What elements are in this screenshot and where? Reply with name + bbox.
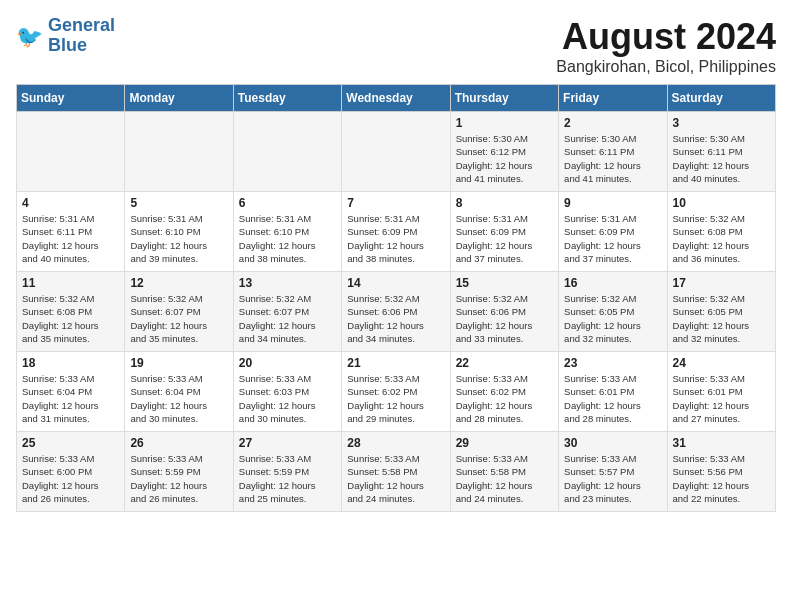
weekday-header-thursday: Thursday — [450, 85, 558, 112]
day-number: 16 — [564, 276, 661, 290]
svg-text:🐦: 🐦 — [16, 23, 44, 50]
day-number: 31 — [673, 436, 770, 450]
day-info: Sunrise: 5:31 AM Sunset: 6:09 PM Dayligh… — [347, 212, 444, 265]
calendar-week-row: 11Sunrise: 5:32 AM Sunset: 6:08 PM Dayli… — [17, 272, 776, 352]
calendar-title: August 2024 — [556, 16, 776, 58]
calendar-cell: 18Sunrise: 5:33 AM Sunset: 6:04 PM Dayli… — [17, 352, 125, 432]
day-number: 19 — [130, 356, 227, 370]
logo-bird-icon: 🐦 — [16, 22, 44, 50]
calendar-cell — [125, 112, 233, 192]
day-number: 24 — [673, 356, 770, 370]
weekday-header-friday: Friday — [559, 85, 667, 112]
calendar-cell — [233, 112, 341, 192]
day-info: Sunrise: 5:33 AM Sunset: 5:59 PM Dayligh… — [130, 452, 227, 505]
day-info: Sunrise: 5:32 AM Sunset: 6:06 PM Dayligh… — [347, 292, 444, 345]
weekday-header-monday: Monday — [125, 85, 233, 112]
day-info: Sunrise: 5:31 AM Sunset: 6:10 PM Dayligh… — [130, 212, 227, 265]
day-info: Sunrise: 5:31 AM Sunset: 6:09 PM Dayligh… — [456, 212, 553, 265]
day-number: 23 — [564, 356, 661, 370]
logo-line2: Blue — [48, 35, 87, 55]
calendar-cell: 7Sunrise: 5:31 AM Sunset: 6:09 PM Daylig… — [342, 192, 450, 272]
weekday-header-tuesday: Tuesday — [233, 85, 341, 112]
calendar-cell: 4Sunrise: 5:31 AM Sunset: 6:11 PM Daylig… — [17, 192, 125, 272]
logo: 🐦 General Blue — [16, 16, 115, 56]
day-number: 5 — [130, 196, 227, 210]
day-number: 13 — [239, 276, 336, 290]
weekday-header-wednesday: Wednesday — [342, 85, 450, 112]
day-number: 7 — [347, 196, 444, 210]
calendar-cell: 12Sunrise: 5:32 AM Sunset: 6:07 PM Dayli… — [125, 272, 233, 352]
day-info: Sunrise: 5:32 AM Sunset: 6:05 PM Dayligh… — [564, 292, 661, 345]
day-info: Sunrise: 5:31 AM Sunset: 6:09 PM Dayligh… — [564, 212, 661, 265]
logo-line1: General — [48, 15, 115, 35]
calendar-cell: 19Sunrise: 5:33 AM Sunset: 6:04 PM Dayli… — [125, 352, 233, 432]
day-number: 26 — [130, 436, 227, 450]
day-info: Sunrise: 5:33 AM Sunset: 5:59 PM Dayligh… — [239, 452, 336, 505]
day-number: 11 — [22, 276, 119, 290]
day-info: Sunrise: 5:33 AM Sunset: 6:00 PM Dayligh… — [22, 452, 119, 505]
calendar-cell: 29Sunrise: 5:33 AM Sunset: 5:58 PM Dayli… — [450, 432, 558, 512]
calendar-cell — [17, 112, 125, 192]
day-info: Sunrise: 5:32 AM Sunset: 6:08 PM Dayligh… — [22, 292, 119, 345]
calendar-cell: 13Sunrise: 5:32 AM Sunset: 6:07 PM Dayli… — [233, 272, 341, 352]
calendar-week-row: 25Sunrise: 5:33 AM Sunset: 6:00 PM Dayli… — [17, 432, 776, 512]
day-info: Sunrise: 5:32 AM Sunset: 6:08 PM Dayligh… — [673, 212, 770, 265]
day-info: Sunrise: 5:31 AM Sunset: 6:10 PM Dayligh… — [239, 212, 336, 265]
day-info: Sunrise: 5:33 AM Sunset: 6:01 PM Dayligh… — [673, 372, 770, 425]
calendar-cell: 24Sunrise: 5:33 AM Sunset: 6:01 PM Dayli… — [667, 352, 775, 432]
day-info: Sunrise: 5:33 AM Sunset: 5:58 PM Dayligh… — [347, 452, 444, 505]
logo-text: General Blue — [48, 16, 115, 56]
day-info: Sunrise: 5:33 AM Sunset: 6:01 PM Dayligh… — [564, 372, 661, 425]
day-number: 4 — [22, 196, 119, 210]
day-number: 20 — [239, 356, 336, 370]
day-info: Sunrise: 5:33 AM Sunset: 5:56 PM Dayligh… — [673, 452, 770, 505]
page-header: 🐦 General Blue August 2024 Bangkirohan, … — [16, 16, 776, 76]
day-number: 2 — [564, 116, 661, 130]
day-number: 30 — [564, 436, 661, 450]
day-info: Sunrise: 5:33 AM Sunset: 6:04 PM Dayligh… — [22, 372, 119, 425]
calendar-cell: 15Sunrise: 5:32 AM Sunset: 6:06 PM Dayli… — [450, 272, 558, 352]
calendar-cell: 8Sunrise: 5:31 AM Sunset: 6:09 PM Daylig… — [450, 192, 558, 272]
day-number: 3 — [673, 116, 770, 130]
day-number: 18 — [22, 356, 119, 370]
day-number: 6 — [239, 196, 336, 210]
day-info: Sunrise: 5:30 AM Sunset: 6:11 PM Dayligh… — [673, 132, 770, 185]
weekday-header-sunday: Sunday — [17, 85, 125, 112]
day-number: 15 — [456, 276, 553, 290]
day-number: 1 — [456, 116, 553, 130]
calendar-cell: 28Sunrise: 5:33 AM Sunset: 5:58 PM Dayli… — [342, 432, 450, 512]
calendar-cell: 10Sunrise: 5:32 AM Sunset: 6:08 PM Dayli… — [667, 192, 775, 272]
day-number: 29 — [456, 436, 553, 450]
calendar-cell: 9Sunrise: 5:31 AM Sunset: 6:09 PM Daylig… — [559, 192, 667, 272]
calendar-cell: 30Sunrise: 5:33 AM Sunset: 5:57 PM Dayli… — [559, 432, 667, 512]
title-block: August 2024 Bangkirohan, Bicol, Philippi… — [556, 16, 776, 76]
day-info: Sunrise: 5:33 AM Sunset: 6:03 PM Dayligh… — [239, 372, 336, 425]
day-info: Sunrise: 5:30 AM Sunset: 6:12 PM Dayligh… — [456, 132, 553, 185]
calendar-cell: 20Sunrise: 5:33 AM Sunset: 6:03 PM Dayli… — [233, 352, 341, 432]
day-number: 25 — [22, 436, 119, 450]
day-number: 27 — [239, 436, 336, 450]
calendar-subtitle: Bangkirohan, Bicol, Philippines — [556, 58, 776, 76]
calendar-cell: 17Sunrise: 5:32 AM Sunset: 6:05 PM Dayli… — [667, 272, 775, 352]
calendar-cell: 23Sunrise: 5:33 AM Sunset: 6:01 PM Dayli… — [559, 352, 667, 432]
day-number: 14 — [347, 276, 444, 290]
weekday-header-saturday: Saturday — [667, 85, 775, 112]
calendar-cell — [342, 112, 450, 192]
calendar-week-row: 1Sunrise: 5:30 AM Sunset: 6:12 PM Daylig… — [17, 112, 776, 192]
day-number: 10 — [673, 196, 770, 210]
day-info: Sunrise: 5:31 AM Sunset: 6:11 PM Dayligh… — [22, 212, 119, 265]
calendar-cell: 16Sunrise: 5:32 AM Sunset: 6:05 PM Dayli… — [559, 272, 667, 352]
day-info: Sunrise: 5:33 AM Sunset: 5:57 PM Dayligh… — [564, 452, 661, 505]
calendar-cell: 2Sunrise: 5:30 AM Sunset: 6:11 PM Daylig… — [559, 112, 667, 192]
calendar-cell: 5Sunrise: 5:31 AM Sunset: 6:10 PM Daylig… — [125, 192, 233, 272]
calendar-cell: 25Sunrise: 5:33 AM Sunset: 6:00 PM Dayli… — [17, 432, 125, 512]
weekday-header-row: SundayMondayTuesdayWednesdayThursdayFrid… — [17, 85, 776, 112]
day-info: Sunrise: 5:32 AM Sunset: 6:06 PM Dayligh… — [456, 292, 553, 345]
day-number: 28 — [347, 436, 444, 450]
calendar-cell: 26Sunrise: 5:33 AM Sunset: 5:59 PM Dayli… — [125, 432, 233, 512]
day-number: 21 — [347, 356, 444, 370]
day-info: Sunrise: 5:33 AM Sunset: 5:58 PM Dayligh… — [456, 452, 553, 505]
day-info: Sunrise: 5:30 AM Sunset: 6:11 PM Dayligh… — [564, 132, 661, 185]
calendar-cell: 31Sunrise: 5:33 AM Sunset: 5:56 PM Dayli… — [667, 432, 775, 512]
calendar-cell: 1Sunrise: 5:30 AM Sunset: 6:12 PM Daylig… — [450, 112, 558, 192]
